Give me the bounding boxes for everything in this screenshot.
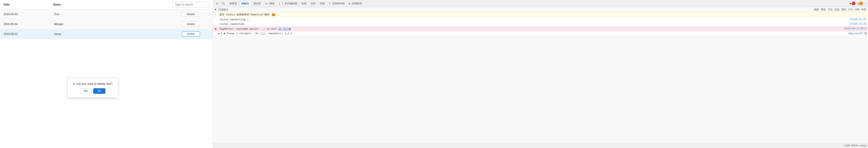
log-entry-warning: ⚠ 某些 Cookie 临用推荐的"SameSite"属性 5 — [213, 12, 868, 17]
row-date-1: 2016-05-03 — [4, 13, 54, 16]
log-label[interactable]: 日志 — [828, 8, 833, 11]
confirm-dialog: ● Are you sure to delete this? No Yes — [67, 78, 118, 98]
tab-memory[interactable]: 内存 — [309, 1, 317, 6]
error-icon: ● — [73, 82, 75, 85]
app-header: Date Name — [0, 0, 213, 9]
inspect-icon[interactable]: 🔍 — [221, 1, 225, 6]
error-icon-log: ● — [215, 27, 218, 30]
table-row-highlighted: 2016-05-01 Jessy Delete — [0, 29, 213, 39]
log-source-proxy[interactable]: App.vue:67:1 — [849, 32, 865, 35]
log-entry-vite-connected: [vite] connected. client.ts:22 — [213, 22, 868, 26]
app-panel: Date Name 2016-05-03 Tom Delete 2016-05-… — [0, 0, 213, 148]
dialog-buttons: No Yes — [73, 88, 113, 94]
learn-more-link[interactable]: 进一步了解 — [278, 27, 291, 30]
error-count: ● 1 — [850, 2, 856, 5]
row-date-2: 2016-05-04 — [4, 23, 54, 26]
warning-label[interactable]: 警告 — [821, 8, 826, 11]
log-text-vite-connecting: [vite] connecting... — [219, 18, 848, 21]
expand-arrow[interactable]: ▶ — [218, 32, 220, 35]
error-badge: 1 — [852, 2, 856, 5]
search-input[interactable] — [173, 2, 209, 7]
devtools-toolbar: ⊡ 🔍 查看器 控制台 调试器 ↕↔ 网络 { } 样式编辑器 性能 内存 存储… — [213, 0, 868, 7]
devtools-filter-bar: ▼ 过滤输出 国家 警告 日志 信息 调试 CSS XHR 请求 — [213, 7, 868, 12]
log-text-warning: 某些 Cookie 临用推荐的"SameSite"属性 5 — [219, 13, 866, 16]
devtools-right-icons: ● 1 ▲ 1 ⋯ — [850, 2, 866, 5]
log-source-2[interactable]: client.ts:22 — [850, 23, 866, 25]
log-entry-proxy: ▶ 1 ▶ Proxy { <target>: (4) […], <handle… — [213, 31, 868, 35]
date-column-header: Date — [4, 3, 50, 6]
table-row: 2016-05-04 Morgan Delete — [0, 19, 213, 29]
log-text-proxy: 1 ▶ Proxy { <target>: (4) […], <handler>… — [221, 32, 847, 35]
info-label[interactable]: 信息 — [835, 8, 840, 11]
devtools-bottom-bar: CSDN 帮帮书 chang — [213, 143, 868, 148]
yes-button[interactable]: Yes — [93, 88, 105, 94]
devtools-content: ⚠ 某些 Cookie 临用推荐的"SameSite"属性 5 [vite] c… — [213, 12, 868, 143]
filter-icon: ▼ — [215, 8, 216, 11]
xhr-label[interactable]: XHR — [855, 8, 859, 11]
devtools-dots-icon[interactable]: ⋯ — [865, 2, 866, 5]
css-label[interactable]: CSS — [848, 8, 853, 11]
row-name-3: Jessy — [54, 32, 182, 35]
devtools-tabs: 查看器 控制台 调试器 ↕↔ 网络 { } 样式编辑器 性能 内存 存储 ♿ 无… — [228, 1, 848, 6]
request-label[interactable]: 请求 — [861, 8, 866, 11]
row-date-3: 2016-05-01 — [4, 32, 54, 35]
name-column-header: Name — [53, 3, 169, 6]
row-name-1: Tom — [54, 13, 182, 16]
row-name-2: Morgan — [54, 23, 182, 26]
warning-icon: ⚠ — [215, 13, 218, 16]
log-source-1[interactable]: client.ts:22 — [850, 18, 866, 21]
delete-button-2[interactable]: Delete — [182, 22, 200, 27]
dialog-message: ● Are you sure to delete this? — [73, 82, 113, 85]
tab-style-editor[interactable]: { } 样式编辑器 — [277, 1, 299, 6]
tab-accessibility[interactable]: ♿ 无障碍环境 — [327, 1, 346, 6]
filter-label: 过滤输出 — [218, 8, 228, 11]
cursor-icon[interactable]: ⊡ — [215, 1, 219, 6]
no-button[interactable]: No — [80, 88, 91, 94]
devtools-panel: ⊡ 🔍 查看器 控制台 调试器 ↕↔ 网络 { } 样式编辑器 性能 内存 存储… — [213, 0, 868, 148]
tab-applications[interactable]: ⊞ 应用程序 — [347, 1, 364, 6]
console-cursor — [866, 32, 866, 35]
bottom-text: CSDN 帮帮书 chang — [844, 144, 866, 147]
tab-console[interactable]: 控制台 — [239, 1, 251, 6]
tab-performance[interactable]: 性能 — [300, 1, 308, 6]
log-source-error[interactable]: injected.js:64:2 — [844, 27, 866, 30]
tab-network[interactable]: ↕↔ 网络 — [263, 1, 276, 6]
delete-button-1[interactable]: Delete — [182, 12, 200, 17]
tab-viewer[interactable]: 查看器 — [228, 1, 239, 6]
dialog-text: Are you sure to delete this? — [76, 82, 113, 85]
log-text-error: TypeError: hostname.match(...) is null 进… — [219, 27, 842, 30]
delete-button-3[interactable]: Delete — [182, 31, 200, 36]
debug-label[interactable]: 调试 — [841, 8, 846, 11]
tab-debugger[interactable]: 调试器 — [251, 1, 263, 6]
log-entry-vite-connecting: [vite] connecting... client.ts:22 — [213, 17, 868, 22]
table-row: 2016-05-03 Tom Delete — [0, 9, 213, 19]
tab-storage[interactable]: 存储 — [318, 1, 327, 6]
log-text-vite-connected: [vite] connected. — [219, 23, 848, 25]
country-label[interactable]: 国家 — [814, 8, 819, 11]
log-entry-error: ● TypeError: hostname.match(...) is null… — [213, 26, 868, 31]
warning-count: ▲ 1 — [857, 2, 863, 5]
